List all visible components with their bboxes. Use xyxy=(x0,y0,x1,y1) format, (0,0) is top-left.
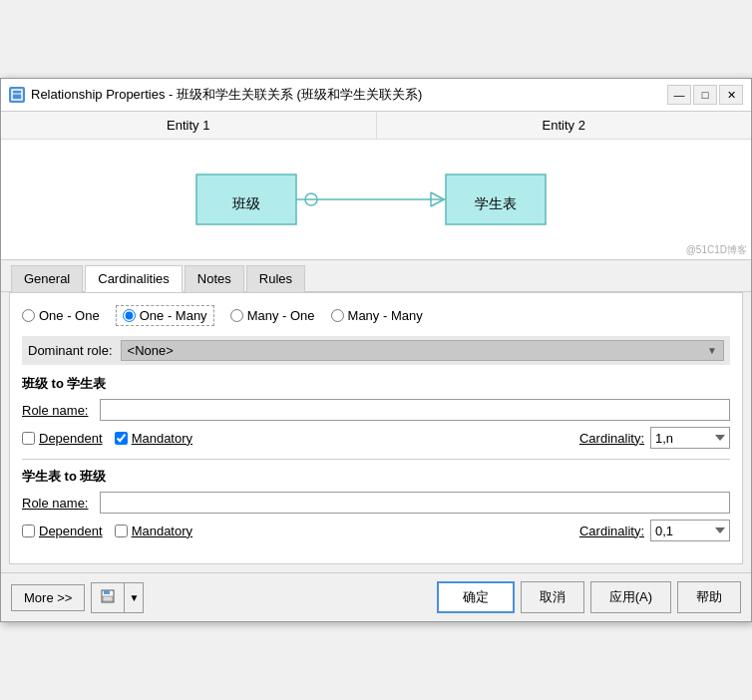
svg-text:学生表: 学生表 xyxy=(475,195,517,211)
section1-check-row: Dependent Mandatory Cardinality: 1,n 0,n… xyxy=(22,427,730,449)
maximize-button[interactable]: □ xyxy=(693,85,717,105)
radio-many-one[interactable]: Many - One xyxy=(230,308,315,323)
section1-role-name-row: Role name: xyxy=(22,399,730,421)
title-bar: Relationship Properties - 班级和学生关联关系 (班级和… xyxy=(1,79,751,112)
section2-header: 学生表 to 班级 xyxy=(22,468,730,486)
ok-button[interactable]: 确定 xyxy=(437,581,515,613)
section2-role-name-input[interactable] xyxy=(100,492,730,514)
tab-general[interactable]: General xyxy=(11,265,83,292)
radio-many-many[interactable]: Many - Many xyxy=(331,308,423,323)
save-icon xyxy=(100,588,116,604)
section2-mandatory-check[interactable]: Mandatory xyxy=(115,524,192,538)
bottom-bar: More >> ▼ 确定 取消 应用(A) 帮助 xyxy=(1,572,751,621)
window-controls: — □ ✕ xyxy=(667,85,743,105)
section1-role-name-label: Role name: xyxy=(22,403,92,418)
section2-cardinality-group: Cardinality: 0,1 1,n 0,n 1,1 xyxy=(579,520,730,541)
section1-cardinality-select[interactable]: 1,n 0,n 1,1 0,1 xyxy=(650,427,730,449)
section2-cardinality-label: Cardinality: xyxy=(579,524,644,538)
svg-line-9 xyxy=(431,192,444,199)
section1-dependent-check[interactable]: Dependent xyxy=(22,431,103,446)
bottom-left-controls: More >> ▼ xyxy=(11,582,144,613)
window-title: Relationship Properties - 班级和学生关联关系 (班级和… xyxy=(31,86,661,104)
main-window: Relationship Properties - 班级和学生关联关系 (班级和… xyxy=(0,78,752,622)
section1-cardinality-group: Cardinality: 1,n 0,n 1,1 0,1 xyxy=(579,427,730,449)
tab-cardinalities[interactable]: Cardinalities xyxy=(85,265,183,292)
radio-one-one[interactable]: One - One xyxy=(22,308,100,323)
radio-one-many[interactable]: One - Many xyxy=(116,305,214,326)
help-button[interactable]: 帮助 xyxy=(677,581,741,613)
window-icon xyxy=(9,87,25,103)
entity1-header: Entity 1 xyxy=(167,118,209,133)
section1-header: 班级 to 学生表 xyxy=(22,375,730,393)
tab-rules[interactable]: Rules xyxy=(246,265,305,292)
section2-role-name-label: Role name: xyxy=(22,496,92,511)
save-split-button: ▼ xyxy=(91,582,144,613)
content-area: One - One One - Many Many - One Many - M… xyxy=(9,292,743,564)
dominant-role-arrow-icon: ▼ xyxy=(707,345,717,356)
apply-button[interactable]: 应用(A) xyxy=(590,581,671,613)
cancel-button[interactable]: 取消 xyxy=(521,581,584,613)
dominant-role-row: Dominant role: <None> ▼ xyxy=(22,336,730,365)
section2-check-row: Dependent Mandatory Cardinality: 0,1 1,n… xyxy=(22,520,730,541)
svg-rect-12 xyxy=(104,590,110,594)
svg-rect-0 xyxy=(12,90,22,100)
section1-mandatory-check[interactable]: Mandatory xyxy=(115,431,192,446)
section1-role-name-input[interactable] xyxy=(100,399,730,421)
tab-notes[interactable]: Notes xyxy=(185,265,244,292)
save-button[interactable] xyxy=(92,583,124,612)
relationship-diagram: 班级 学生表 xyxy=(137,155,615,244)
minimize-button[interactable]: — xyxy=(667,85,691,105)
watermark: @51C1D博客 xyxy=(686,243,747,257)
bottom-right-controls: 确定 取消 应用(A) 帮助 xyxy=(437,581,741,613)
svg-text:班级: 班级 xyxy=(232,195,260,211)
close-button[interactable]: ✕ xyxy=(719,85,743,105)
svg-line-10 xyxy=(431,199,444,206)
section2-dependent-check[interactable]: Dependent xyxy=(22,524,103,538)
save-dropdown-button[interactable]: ▼ xyxy=(124,583,143,612)
dominant-role-label: Dominant role: xyxy=(28,343,113,358)
section2-cardinality-select[interactable]: 0,1 1,n 0,n 1,1 xyxy=(650,520,730,541)
svg-rect-13 xyxy=(103,596,113,601)
more-button[interactable]: More >> xyxy=(11,584,85,611)
dominant-role-combo[interactable]: <None> ▼ xyxy=(121,340,724,361)
section1-cardinality-label: Cardinality: xyxy=(579,431,644,446)
cardinality-radio-group: One - One One - Many Many - One Many - M… xyxy=(22,305,730,326)
entity2-header: Entity 2 xyxy=(543,118,585,133)
tabs-bar: General Cardinalities Notes Rules xyxy=(1,264,751,292)
section2-role-name-row: Role name: xyxy=(22,492,730,514)
